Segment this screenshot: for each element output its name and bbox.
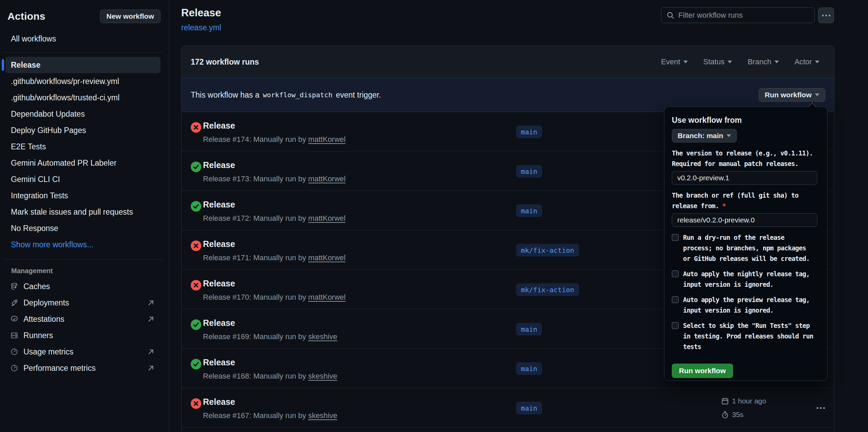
caret-down-icon <box>727 134 731 137</box>
run-workflow-dropdown-button[interactable]: Run workflow <box>759 88 825 102</box>
dialog-text-input[interactable] <box>672 171 817 185</box>
run-title-link[interactable]: Release <box>203 397 235 407</box>
check-circle-icon <box>191 162 201 172</box>
sidebar-management-item[interactable]: Runners <box>0 327 169 344</box>
dialog-checkbox-row[interactable]: Select to skip the "Run Tests" step in t… <box>672 320 817 352</box>
check-circle-icon <box>191 319 201 330</box>
dialog-checkbox-row[interactable]: Auto apply the nightly release tag, inpu… <box>672 269 817 290</box>
search-input[interactable] <box>678 11 804 20</box>
sidebar-workflow-item[interactable]: E2E Tests <box>5 138 160 155</box>
sidebar-workflow-item[interactable]: No Response <box>5 220 160 236</box>
run-title-link[interactable]: Release <box>203 121 235 131</box>
x-circle-icon <box>191 122 201 133</box>
filter-dropdown[interactable]: Branch <box>748 57 779 66</box>
sidebar-workflow-item[interactable]: Deploy GitHub Pages <box>5 122 160 138</box>
check-circle-icon <box>191 162 201 172</box>
branch-badge[interactable]: main <box>516 165 542 178</box>
sidebar-management-item[interactable]: Caches <box>0 278 169 295</box>
runs-filters: Event Status Branch Actor <box>661 57 819 66</box>
run-title-link[interactable]: Release <box>203 279 235 288</box>
workflow-file-link[interactable]: release.yml <box>181 23 221 32</box>
filter-dropdown[interactable]: Status <box>703 57 732 66</box>
run-workflow-submit-button[interactable]: Run workflow <box>672 364 733 378</box>
run-actor-link[interactable]: skeshive <box>308 372 337 380</box>
required-asterisk: * <box>722 202 726 210</box>
run-actor-link[interactable]: mattKorwel <box>308 214 345 222</box>
branch-badge[interactable]: main <box>516 402 542 414</box>
run-actor-link[interactable]: mattKorwel <box>308 175 345 183</box>
sidebar-workflow-label: Gemini CLI CI <box>11 175 60 184</box>
run-title-link[interactable]: Release <box>203 318 235 328</box>
sidebar-management-item[interactable]: Performance metrics <box>0 360 169 376</box>
checkbox[interactable] <box>672 296 679 303</box>
branch-badge[interactable]: mk/fix-action <box>516 283 579 296</box>
sidebar-header: Actions New workflow <box>7 10 160 23</box>
run-actor-link[interactable]: mattKorwel <box>308 293 345 301</box>
sidebar-workflow-item[interactable]: Gemini Automated PR Labeler <box>5 155 160 171</box>
caret-down-icon <box>683 61 688 63</box>
sidebar-management-item[interactable]: Deployments <box>0 295 169 311</box>
run-title-link[interactable]: Release <box>203 358 235 367</box>
run-actor-link[interactable]: mattKorwel <box>308 135 345 144</box>
field-description: The version to release (e.g., v0.1.11). … <box>672 148 817 169</box>
management-heading: Management <box>11 267 169 275</box>
new-workflow-button[interactable]: New workflow <box>100 10 160 23</box>
external-link-icon-slot <box>147 364 155 372</box>
dialog-heading: Use workflow from <box>672 116 817 125</box>
run-kebab-button[interactable] <box>814 402 828 414</box>
run-meta: 1 hour ago 35s <box>721 394 766 421</box>
sidebar-workflow-item[interactable]: Dependabot Updates <box>5 106 160 122</box>
dialog-fields: The version to release (e.g., v0.1.11). … <box>672 148 817 227</box>
sidebar-workflow-item[interactable]: Gemini CLI CI <box>5 171 160 187</box>
x-circle-icon <box>191 280 201 290</box>
sidebar-management-item[interactable]: Usage metrics <box>0 344 169 360</box>
kebab-icon <box>816 407 825 409</box>
checkbox[interactable] <box>672 322 679 329</box>
sidebar-workflow-label: Deploy GitHub Pages <box>11 126 86 135</box>
checkbox[interactable] <box>672 270 679 277</box>
branch-badge[interactable]: main <box>516 204 542 217</box>
sidebar-workflow-label: Gemini Automated PR Labeler <box>11 159 117 168</box>
dialog-checkbox-row[interactable]: Auto apply the preview release tag, inpu… <box>672 295 817 316</box>
x-circle-icon <box>191 240 201 251</box>
run-title-link[interactable]: Release <box>203 160 235 170</box>
branch-badge[interactable]: main <box>516 323 542 335</box>
branch-select-button[interactable]: Branch: main <box>672 129 737 143</box>
verified-icon <box>10 315 18 323</box>
sidebar-workflow-item[interactable]: .github/workflows/trusted-ci.yml <box>5 89 160 106</box>
run-actor-link[interactable]: mattKorwel <box>308 253 345 262</box>
sidebar-workflow-item[interactable]: Integration Tests <box>5 187 160 204</box>
show-more-workflows-link[interactable]: Show more workflows... <box>5 236 160 253</box>
verified-icon <box>10 315 18 323</box>
run-title-link[interactable]: Release <box>203 239 235 249</box>
meter-icon <box>10 364 18 372</box>
workflow-run-row[interactable]: Release Release #167: Manually run by sk… <box>182 388 834 428</box>
branch-badge[interactable]: main <box>516 126 542 138</box>
sidebar-management-item[interactable]: Attestations <box>0 311 169 327</box>
filter-dropdown[interactable]: Actor <box>795 57 819 66</box>
banner-text: This workflow has a <box>191 90 259 100</box>
workflow-nav-list: Release .github/workflows/pr-review.yml … <box>0 57 169 236</box>
x-circle-icon <box>191 398 201 409</box>
runs-options-kebab-button[interactable] <box>818 7 834 23</box>
run-actor-link[interactable]: skeshive <box>308 332 337 341</box>
run-workflow-dialog: Use workflow from Branch: main The versi… <box>664 106 828 381</box>
external-link-icon <box>147 364 155 372</box>
sidebar-workflow-item[interactable]: Mark stale issues and pull requests <box>5 204 160 220</box>
branch-badge[interactable]: main <box>516 362 542 375</box>
run-description: Release #170: Manually run by mattKorwel <box>203 293 345 302</box>
x-circle-icon <box>191 280 201 290</box>
run-actor-link[interactable]: skeshive <box>308 411 337 420</box>
dialog-text-input[interactable] <box>672 213 817 227</box>
sidebar-item-all-workflows[interactable]: All workflows <box>5 32 160 46</box>
branch-badge[interactable]: mk/fix-action <box>516 244 579 256</box>
dialog-checkbox-row[interactable]: Run a dry-run of the release process; no… <box>672 232 817 264</box>
filter-runs-search[interactable] <box>661 7 815 23</box>
run-title-link[interactable]: Release <box>203 200 235 210</box>
checkbox[interactable] <box>672 234 679 241</box>
sidebar-workflow-item[interactable]: Release <box>5 57 160 73</box>
filter-dropdown[interactable]: Event <box>661 57 687 66</box>
external-link-icon-slot <box>147 299 155 306</box>
run-description: Release #168: Manually run by skeshive <box>203 372 337 381</box>
sidebar-workflow-item[interactable]: .github/workflows/pr-review.yml <box>5 73 160 89</box>
